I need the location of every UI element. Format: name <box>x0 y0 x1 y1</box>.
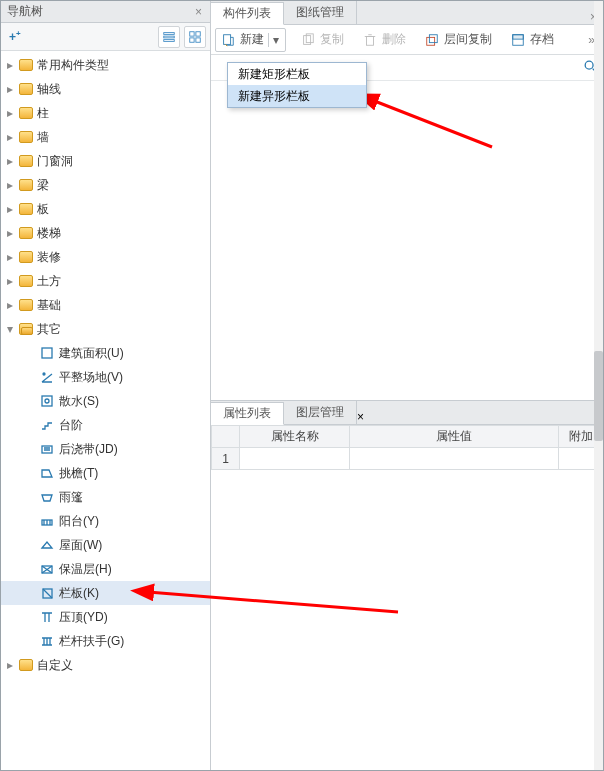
list-view-icon[interactable] <box>158 26 180 48</box>
right-scrollbar[interactable] <box>594 1 603 770</box>
expander-icon[interactable]: ▾ <box>5 324 15 334</box>
folder-icon <box>19 179 33 191</box>
tree-category[interactable]: ▸自定义 <box>1 653 210 677</box>
property-close-icon[interactable]: × <box>357 410 364 424</box>
nav-close-icon[interactable]: × <box>193 5 204 19</box>
folder-icon <box>19 659 33 671</box>
tree-item-label: 平整场地(V) <box>59 369 123 386</box>
tree-item[interactable]: 后浇带(JD) <box>1 437 210 461</box>
expander-icon[interactable]: ▸ <box>5 204 15 214</box>
tree-item[interactable]: 栏板(K) <box>1 581 210 605</box>
archive-button[interactable]: 存档 <box>506 28 558 52</box>
folder-icon <box>19 203 33 215</box>
svg-rect-7 <box>42 348 52 358</box>
tree-category[interactable]: ▸装修 <box>1 245 210 269</box>
tree-category[interactable]: ▸常用构件类型 <box>1 53 210 77</box>
expander-icon[interactable]: ▸ <box>5 180 15 190</box>
new-dropdown-icon[interactable]: ▾ <box>268 33 283 47</box>
expander-icon[interactable]: ▸ <box>5 276 15 286</box>
canopy-icon <box>39 489 55 505</box>
balcony-icon <box>39 513 55 529</box>
tree-category[interactable]: ▸门窗洞 <box>1 149 210 173</box>
svg-point-8 <box>43 373 45 375</box>
copy-button[interactable]: 复制 <box>296 28 348 52</box>
folder-icon <box>19 275 33 287</box>
svg-rect-1 <box>164 36 175 38</box>
tree-item[interactable]: 栏杆扶手(G) <box>1 629 210 653</box>
tree-category[interactable]: ▸楼梯 <box>1 221 210 245</box>
pour-icon <box>39 441 55 457</box>
delete-button[interactable]: 删除 <box>358 28 410 52</box>
scrollbar-thumb[interactable] <box>594 351 603 441</box>
tree-item[interactable]: 保温层(H) <box>1 557 210 581</box>
tree-item[interactable]: 平整场地(V) <box>1 365 210 389</box>
svg-rect-2 <box>164 39 175 41</box>
tree-category[interactable]: ▸墙 <box>1 125 210 149</box>
nav-tree: ▸常用构件类型▸轴线▸柱▸墙▸门窗洞▸梁▸板▸楼梯▸装修▸土方▸基础▾其它建筑面… <box>1 51 210 770</box>
svg-rect-6 <box>196 37 200 41</box>
layer-copy-button[interactable]: 层间复制 <box>420 28 496 52</box>
tree-label: 柱 <box>37 105 49 122</box>
new-icon <box>220 32 236 48</box>
tree-category[interactable]: ▾其它 <box>1 317 210 341</box>
tab-drawing-manage[interactable]: 图纸管理 <box>284 1 357 24</box>
tree-item[interactable]: 阳台(Y) <box>1 509 210 533</box>
new-button[interactable]: 新建 ▾ <box>215 28 286 52</box>
layer-copy-icon <box>424 32 440 48</box>
tab-layer-manage[interactable]: 图层管理 <box>284 401 357 424</box>
tree-label: 基础 <box>37 297 61 314</box>
nav-toolbar: ++ <box>1 23 210 51</box>
tab-component-list[interactable]: 构件列表 <box>211 2 284 25</box>
component-toolbar: 新建 ▾ 复制 删除 层间复制 存档 » <box>211 25 603 55</box>
expander-icon[interactable]: ▸ <box>5 108 15 118</box>
col-prop-value[interactable]: 属性值 <box>350 426 559 448</box>
svg-rect-3 <box>190 31 194 35</box>
expander-icon[interactable]: ▸ <box>5 300 15 310</box>
tree-category[interactable]: ▸柱 <box>1 101 210 125</box>
cell-prop-name[interactable] <box>240 448 350 470</box>
tree-category[interactable]: ▸土方 <box>1 269 210 293</box>
tree-category[interactable]: ▸基础 <box>1 293 210 317</box>
svg-rect-20 <box>429 34 437 42</box>
tree-item[interactable]: 压顶(YD) <box>1 605 210 629</box>
tree-label: 自定义 <box>37 657 73 674</box>
expander-icon[interactable]: ▸ <box>5 660 15 670</box>
tree-item[interactable]: 台阶 <box>1 413 210 437</box>
expander-icon[interactable]: ▸ <box>5 132 15 142</box>
tree-category[interactable]: ▸板 <box>1 197 210 221</box>
svg-rect-0 <box>164 32 175 34</box>
table-corner <box>212 426 240 448</box>
svg-rect-9 <box>42 396 52 406</box>
tree-label: 门窗洞 <box>37 153 73 170</box>
expander-icon[interactable]: ▸ <box>5 228 15 238</box>
component-tabs: 构件列表 图纸管理 × <box>211 1 603 25</box>
table-row[interactable]: 1 <box>212 448 603 470</box>
svg-rect-4 <box>196 31 200 35</box>
menu-new-shaped-rail[interactable]: 新建异形栏板 <box>228 85 366 107</box>
archive-icon <box>510 32 526 48</box>
tree-item-label: 散水(S) <box>59 393 99 410</box>
tree-item-label: 栏板(K) <box>59 585 99 602</box>
cell-prop-value[interactable] <box>350 448 559 470</box>
menu-new-rect-rail[interactable]: 新建矩形栏板 <box>228 63 366 85</box>
tree-item[interactable]: 散水(S) <box>1 389 210 413</box>
property-table: 属性名称 属性值 附加 1 <box>211 425 603 470</box>
expander-icon[interactable]: ▸ <box>5 84 15 94</box>
tree-category[interactable]: ▸轴线 <box>1 77 210 101</box>
tree-category[interactable]: ▸梁 <box>1 173 210 197</box>
tree-item[interactable]: 雨篷 <box>1 485 210 509</box>
roof-icon <box>39 537 55 553</box>
tree-label: 墙 <box>37 129 49 146</box>
grid-view-icon[interactable] <box>184 26 206 48</box>
expander-icon[interactable]: ▸ <box>5 156 15 166</box>
component-list-area <box>211 81 603 400</box>
tree-label: 其它 <box>37 321 61 338</box>
tree-item[interactable]: 挑檐(T) <box>1 461 210 485</box>
tab-property-list[interactable]: 属性列表 <box>211 402 284 425</box>
col-prop-name[interactable]: 属性名称 <box>240 426 350 448</box>
tree-item[interactable]: 屋面(W) <box>1 533 210 557</box>
add-sub-button[interactable]: ++ <box>5 29 25 44</box>
tree-item[interactable]: 建筑面积(U) <box>1 341 210 365</box>
expander-icon[interactable]: ▸ <box>5 252 15 262</box>
expander-icon[interactable]: ▸ <box>5 60 15 70</box>
